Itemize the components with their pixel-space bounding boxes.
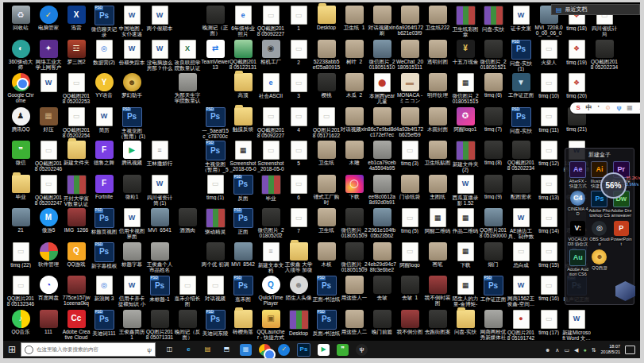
desktop-icon[interactable]: ▭timg (3) [395, 141, 424, 166]
desktop-icon[interactable]: W [34, 73, 63, 93]
chinese-mode-icon[interactable]: 中 [586, 105, 592, 111]
desktop-icon[interactable]: PsPSD未标题-1 [145, 276, 174, 302]
desktop-icon[interactable]: ▭对话视频 [201, 276, 229, 301]
desktop-icon[interactable]: PsPSD主视觉图（暂用）_5aeaf… [201, 141, 229, 173]
desktop-icon[interactable]: ▭1 [284, 6, 313, 31]
desktop-icon[interactable]: ◯下载 [340, 175, 368, 199]
desktop-icon[interactable]: 主图纸 [423, 175, 452, 199]
desktop-icon[interactable]: QQuickTime Player [256, 276, 285, 307]
desktop-icon[interactable]: ▭QQ图片2018 0517162235 [312, 107, 341, 139]
desktop-icon[interactable]: 门诊纸袋 [395, 175, 424, 199]
punctuation-icon[interactable]: ’ [597, 105, 599, 111]
desktop-icon[interactable]: PsPSD嘉禾图 [229, 276, 257, 302]
desktop-icon[interactable]: timg (6) [479, 73, 507, 98]
microphone-icon[interactable]: ψ [147, 346, 152, 353]
desktop-icon[interactable]: PsPSD标题页视图 [90, 208, 118, 234]
organizer-item[interactable]: AeAfterFX - 快捷方式 [567, 161, 588, 188]
organizer-item[interactable]: C4CINEMA 4D [567, 191, 588, 218]
desktop-icon[interactable]: W两个假期本 [145, 6, 174, 31]
microsoft-store-button[interactable]: ⬒ [221, 344, 233, 356]
desktop-icon[interactable]: CcAdobe Creative Cloud [62, 310, 91, 341]
desktop-icon[interactable]: ▼工作证正面 [507, 73, 535, 98]
desktop-icon[interactable]: QQ截图2018 0520223435 [507, 141, 535, 172]
desktop-icon[interactable]: ▦作品二维码 [451, 208, 480, 234]
desktop-icon[interactable]: ▭timg (13) [534, 175, 563, 200]
desktop-icon[interactable]: timg (9) [479, 175, 507, 199]
desktop-icon[interactable]: 卫生纸_1 [340, 6, 368, 30]
desktop-icon[interactable]: 王俊鑫简历1 [118, 310, 146, 341]
desktop-icon[interactable]: 画笔 [423, 242, 452, 267]
desktop-icon[interactable]: 触摸反馈 [229, 107, 257, 132]
desktop-icon[interactable]: ◐360驱动大师 [6, 40, 35, 71]
organizer-item[interactable]: ☻QQ西游 [588, 249, 610, 277]
toolbox-icon[interactable]: ▲ [638, 105, 640, 111]
chrome-button[interactable] [259, 344, 271, 356]
desktop-icon[interactable]: ▭Screenshot_2018-05-09… [256, 141, 285, 172]
organizer-item[interactable]: V:VOCALOID3 协会汉化版 [567, 221, 588, 247]
desktop-icon[interactable]: ▣QQLauncher - 快捷方式 [256, 310, 285, 341]
desktop-icon[interactable]: 用这些人二 [340, 310, 368, 334]
desktop-icon[interactable]: 6a9264f172b621e03f9b… [395, 6, 424, 37]
desktop-icon[interactable]: 明纤纹理 [423, 73, 452, 98]
desktop-icon[interactable]: Desktop [284, 310, 313, 336]
user-tray-icon[interactable]: ☻ [545, 347, 550, 353]
desktop-icon[interactable]: ▭4 [284, 107, 313, 133]
organizer-item[interactable]: AuAdobe Audition CS6 -… [567, 249, 588, 277]
desktop-icon[interactable]: QQ截图2018 0512213131 [229, 40, 257, 71]
desktop-icon[interactable]: eef8c0612a8d92d0b914… [368, 175, 396, 206]
desktop-icon[interactable]: PsPSD问盘-实扶 (1) [507, 40, 535, 72]
desktop-icon[interactable]: 卫生纸 [312, 141, 341, 165]
desktop-icon[interactable]: 王俊鑫 大学入须等 加微 [284, 242, 313, 273]
desktop-icon[interactable]: 高顶 [229, 73, 257, 98]
desktop-icon[interactable]: WeChat_201805151116… [395, 40, 424, 71]
desktop-icon[interactable]: X迅雷 [62, 6, 91, 30]
desktop-icon[interactable]: 软件管理 [34, 242, 63, 267]
desktop-icon[interactable]: ▭timg (5) [395, 208, 424, 234]
desktop-icon[interactable]: 111 [34, 310, 63, 334]
desktop-icon[interactable]: Google Chrome [6, 73, 35, 104]
desktop-icon[interactable]: ▦陌生人的力量-金博矩-区… [451, 276, 480, 307]
desktop-icon[interactable]: ▭2 [284, 40, 313, 65]
desktop-icon[interactable]: 我不倒时装图 [423, 276, 452, 307]
organizer-item[interactable]: PPowerPoint [611, 221, 632, 247]
desktop-icon[interactable]: ❖timg (20) [562, 73, 591, 98]
desktop-icon[interactable]: 砖樱角落 [229, 310, 257, 334]
desktop-icon[interactable]: ◉相机工厂 [256, 40, 285, 64]
desktop-icon[interactable]: 木圆封面 [423, 107, 452, 132]
desktop-icon[interactable]: ▭QQ截图2018 0520225317 [62, 73, 91, 105]
desktop-icon[interactable]: ♪QQ音乐 [6, 310, 35, 334]
desktop-icon[interactable]: 晚门前篇 [368, 310, 396, 334]
desktop-icon[interactable]: 775ce157jw1ceena0kqs… [62, 276, 91, 307]
pc-manager-button[interactable]: ✓ [278, 344, 290, 356]
desktop-icon[interactable]: W简历 [90, 107, 118, 133]
desktop-icon[interactable]: W份额失踪本 [118, 40, 146, 65]
desktop-icon[interactable]: 网商画校优秀新媒体社团… [479, 310, 507, 341]
tray-clock[interactable]: 18:07 2018/5/21 [601, 344, 620, 355]
desktop-icon[interactable]: 木瓜_2 [340, 73, 368, 98]
desktop-icon[interactable]: 微信图片_20180515095… [340, 242, 368, 273]
desktop-icon[interactable]: W证卡文案 [507, 6, 535, 31]
desktop-icon[interactable]: ☻陌生人头像 [284, 276, 313, 300]
desktop-icon[interactable]: 新建文件夹 (2) [451, 141, 480, 173]
desktop-icon[interactable]: 对话视频xin [340, 107, 368, 132]
desktop-icon[interactable]: 木板 [312, 242, 341, 267]
desktop-icon[interactable]: PsPSD工作证正面 [479, 276, 507, 302]
desktop-icon[interactable]: ◎新浪网 3 [90, 276, 118, 301]
desktop-icon[interactable]: ▦好压 [34, 107, 63, 132]
action-center-icon[interactable] [625, 346, 635, 354]
desktop-icon[interactable]: PsPSD反面-书法纸 [312, 310, 341, 336]
desktop-icon[interactable]: ▭阿醒logo [395, 242, 424, 268]
recorder-button[interactable]: ψ [356, 344, 368, 356]
desktop-icon[interactable]: 卫生纸 [312, 208, 341, 233]
desktop-icon[interactable]: ▭QQ截图2018 0520224702 [34, 175, 63, 207]
desktop-icon[interactable]: 去皱_1 [395, 276, 424, 300]
desktop-icon[interactable]: ≡王林撒娇行 [145, 141, 174, 166]
desktop-icon[interactable]: ✪阿醒logo1 [451, 107, 480, 132]
desktop-icon[interactable]: 问盘-实扶 [479, 6, 507, 32]
desktop-icon[interactable]: 树叶_2 [340, 40, 368, 64]
desktop-icon[interactable]: 烟门 [479, 242, 507, 267]
desktop-icon[interactable]: ▭timg (14) [534, 208, 563, 234]
desktop-icon[interactable]: ≡新建文本文档 [256, 242, 285, 274]
desktop-icon[interactable]: 52238abb5ef25a809150… [312, 40, 341, 71]
desktop-icon[interactable]: W信用卡视图界面 [118, 208, 146, 240]
